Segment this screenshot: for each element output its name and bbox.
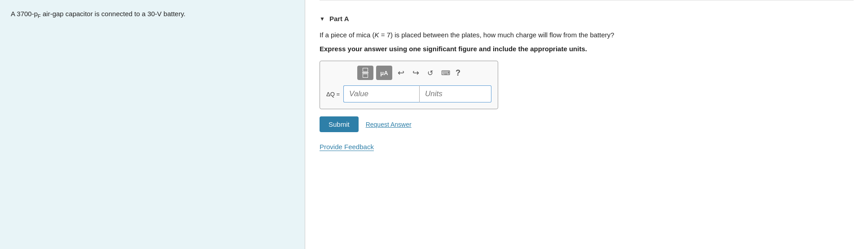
left-panel: A 3700-pF air-gap capacitor is connected…: [0, 0, 305, 249]
fraction-button[interactable]: [357, 66, 373, 80]
fraction-icon: [362, 68, 368, 78]
answer-box: μA ↩ ↪ ↺ ⌨ ? ΔQ =: [320, 61, 498, 109]
question-text: If a piece of mica (K = 7) is placed bet…: [320, 30, 854, 40]
button-row: Submit Request Answer: [320, 116, 854, 132]
request-answer-link[interactable]: Request Answer: [366, 121, 412, 128]
unit-btn-label: μA: [380, 70, 388, 76]
help-label: ?: [456, 68, 460, 77]
part-header: ▼ Part A: [320, 8, 854, 22]
submit-button[interactable]: Submit: [320, 116, 359, 132]
input-row: ΔQ =: [326, 85, 491, 102]
instruction-text: Express your answer using one significan…: [320, 45, 854, 53]
keyboard-button[interactable]: ⌨: [438, 67, 453, 78]
collapse-arrow-icon[interactable]: ▼: [320, 16, 325, 22]
delta-q-label: ΔQ =: [326, 91, 340, 98]
right-panel: ▼ Part A If a piece of mica (K = 7) is p…: [305, 0, 868, 249]
top-divider: [320, 0, 854, 0]
units-input[interactable]: [420, 85, 491, 102]
redo-button[interactable]: ↪: [410, 66, 422, 80]
reset-button[interactable]: ↺: [425, 67, 436, 79]
undo-button[interactable]: ↩: [395, 66, 407, 80]
problem-statement: A 3700-pF air-gap capacitor is connected…: [11, 9, 294, 20]
value-input[interactable]: [343, 85, 420, 102]
part-title: Part A: [329, 15, 349, 22]
provide-feedback-link[interactable]: Provide Feedback: [320, 143, 374, 151]
unit-button[interactable]: μA: [376, 66, 392, 80]
help-button[interactable]: ?: [456, 68, 460, 78]
toolbar: μA ↩ ↪ ↺ ⌨ ?: [326, 66, 491, 80]
